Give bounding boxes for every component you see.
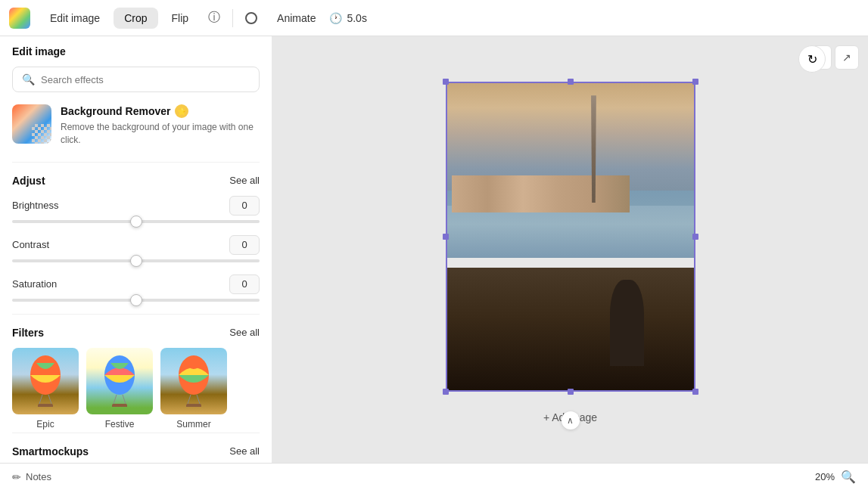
saturation-value[interactable]: 0: [229, 274, 260, 294]
smartmockups-see-all[interactable]: See all: [229, 445, 260, 457]
info-button[interactable]: ⓘ: [202, 6, 226, 30]
filters-see-all[interactable]: See all: [229, 327, 260, 338]
saturation-label: Saturation: [12, 278, 57, 290]
canvas-image: [447, 83, 694, 390]
notes-icon: ✏: [12, 471, 21, 483]
balloon-festive-svg: [97, 354, 142, 407]
refresh-btn-wrapper: ↻: [798, 45, 832, 73]
saturation-row: Saturation 0: [12, 274, 260, 302]
person-layer: [610, 280, 645, 366]
brightness-row: Brightness 0: [12, 196, 260, 223]
filter-festive-thumb: [86, 348, 153, 414]
contrast-row: Contrast 0: [12, 235, 260, 262]
background-remover-title-row: Background Remover ⭐: [61, 104, 260, 118]
contrast-slider[interactable]: [12, 259, 260, 262]
search-input[interactable]: [41, 74, 250, 85]
adjust-title: Adjust: [12, 175, 45, 187]
duration-value: 5.0s: [347, 12, 366, 24]
saturation-slider[interactable]: [12, 299, 260, 302]
background-remover-description: Remove the background of your image with…: [61, 121, 260, 147]
zoom-icon[interactable]: 🔍: [841, 470, 856, 484]
filter-summer-thumb: [160, 348, 227, 414]
resize-handle-tm[interactable]: [568, 79, 574, 85]
export-button[interactable]: ↗: [835, 45, 859, 70]
smartmockups-section: Smartmockups See all: [12, 445, 260, 457]
crop-button[interactable]: Crop: [114, 8, 157, 29]
filter-festive-label: Festive: [105, 419, 135, 430]
main-toolbar: Edit image Crop Flip ⓘ Animate 🕐 5.0s: [0, 0, 868, 36]
canvas-image-container[interactable]: [446, 82, 695, 392]
search-box[interactable]: 🔍: [12, 67, 260, 92]
refresh-button[interactable]: ↻: [798, 45, 826, 73]
filters-section: Filters See all: [12, 327, 260, 430]
balloon-summer-svg: [171, 354, 216, 407]
svg-rect-7: [112, 404, 127, 407]
filters-header: Filters See all: [12, 327, 260, 339]
info-icon: ⓘ: [208, 10, 220, 26]
flip-button[interactable]: Flip: [161, 8, 200, 29]
contrast-value[interactable]: 0: [229, 235, 260, 255]
canvas-area: ⧉ ↗ ↻: [272, 36, 868, 463]
svg-line-1: [39, 395, 42, 404]
notes-button[interactable]: ✏ Notes: [12, 471, 51, 483]
adjust-header: Adjust See all: [12, 175, 260, 187]
background-remover-info: Background Remover ⭐ Remove the backgrou…: [61, 104, 260, 147]
resize-handle-br[interactable]: [692, 389, 698, 395]
export-icon: ↗: [842, 51, 851, 64]
canvas-wrapper: + Add page: [446, 82, 695, 434]
svg-line-2: [48, 395, 51, 404]
svg-line-9: [188, 395, 191, 404]
svg-line-6: [123, 395, 126, 404]
resize-handle-bm[interactable]: [568, 389, 574, 395]
bottom-bar: ✏ Notes 20% 🔍: [0, 463, 868, 490]
filter-festive[interactable]: Festive: [86, 348, 153, 430]
zoom-level: 20%: [815, 471, 835, 482]
crown-badge: ⭐: [175, 104, 188, 118]
svg-line-5: [114, 395, 117, 404]
contrast-label: Contrast: [12, 239, 49, 250]
filter-epic-thumb: [12, 348, 79, 414]
duration-display: 🕐 5.0s: [329, 12, 366, 24]
filter-epic[interactable]: Epic: [12, 348, 79, 430]
svg-rect-11: [186, 404, 201, 407]
brand-logo[interactable]: [9, 8, 30, 29]
resize-handle-mr[interactable]: [692, 234, 698, 240]
brightness-slider[interactable]: [12, 220, 260, 223]
contrast-thumb[interactable]: [130, 255, 142, 267]
main-content: Edit image 🔍 Background Remover ⭐ Remove…: [0, 36, 868, 463]
resize-handle-ml[interactable]: [443, 234, 449, 240]
brightness-label: Brightness: [12, 200, 58, 211]
canvas-chevron-up[interactable]: ∧: [562, 411, 580, 430]
brightness-thumb[interactable]: [130, 216, 142, 228]
resize-handle-bl[interactable]: [443, 389, 449, 395]
saturation-thumb[interactable]: [130, 294, 142, 306]
background-remover-thumbnail: [12, 104, 51, 144]
edit-image-button[interactable]: Edit image: [39, 8, 110, 29]
chevron-up-icon: ∧: [567, 415, 574, 426]
left-panel: Edit image 🔍 Background Remover ⭐ Remove…: [0, 36, 272, 463]
adjust-see-all[interactable]: See all: [229, 175, 260, 186]
resize-handle-tr[interactable]: [692, 79, 698, 85]
background-remover-card[interactable]: Background Remover ⭐ Remove the backgrou…: [12, 104, 260, 147]
buildings-layer: [452, 175, 630, 212]
balloon-epic-svg: [23, 354, 68, 407]
brightness-label-row: Brightness 0: [12, 196, 260, 216]
section-divider-3: [12, 433, 260, 433]
animate-circle-icon: [245, 12, 257, 24]
brightness-value[interactable]: 0: [229, 196, 260, 216]
bottom-right: 20% 🔍: [815, 470, 856, 484]
adjust-section: Adjust See all Brightness 0 Contrast 0: [12, 175, 260, 302]
panel-title: Edit image: [12, 45, 260, 57]
resize-handle-tl[interactable]: [443, 79, 449, 85]
filter-thumbnails: Epic Festi: [12, 348, 260, 430]
section-divider-2: [12, 314, 260, 315]
svg-line-10: [197, 395, 200, 404]
filter-summer-label: Summer: [176, 419, 210, 430]
animate-button[interactable]: Animate: [266, 8, 326, 29]
clock-icon: 🕐: [329, 12, 342, 24]
animate-icon[interactable]: [239, 6, 263, 30]
smartmockups-header: Smartmockups See all: [12, 445, 260, 457]
background-remover-name: Background Remover: [61, 105, 170, 117]
contrast-label-row: Contrast 0: [12, 235, 260, 255]
filter-summer[interactable]: Summer: [160, 348, 227, 430]
